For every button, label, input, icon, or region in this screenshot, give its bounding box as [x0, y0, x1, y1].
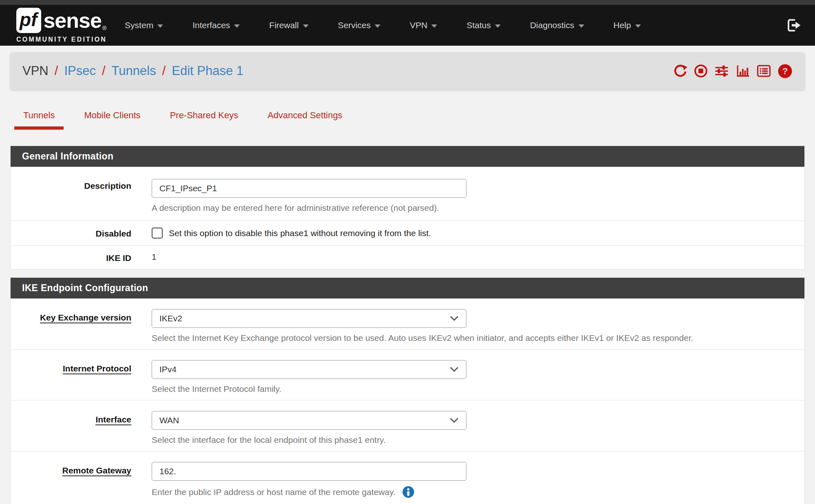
- form-row-disabled: Disabled Set this option to disable this…: [11, 221, 804, 245]
- chevron-down-icon: [450, 316, 459, 321]
- interface-select[interactable]: WAN: [152, 411, 466, 430]
- chevron-down-icon: [303, 24, 309, 28]
- breadcrumb-link-ipsec[interactable]: IPsec: [64, 64, 96, 78]
- help-icon[interactable]: ?: [777, 64, 793, 79]
- form-row-key-exchange-version: Key Exchange version IKEv2 Select the In…: [11, 298, 804, 349]
- logout-button[interactable]: [786, 18, 801, 33]
- sign-out-icon: [786, 18, 801, 33]
- window-top-strip: [0, 0, 815, 5]
- internet-protocol-label: Internet Protocol: [11, 349, 152, 400]
- list-icon[interactable]: [757, 64, 771, 78]
- key-exchange-version-value: IKEv2: [159, 314, 182, 323]
- breadcrumb-separator: /: [162, 64, 166, 78]
- pf-logo-mark: pf: [16, 8, 41, 33]
- stop-icon[interactable]: [694, 64, 708, 78]
- nav-item-vpn[interactable]: VPN: [410, 20, 437, 30]
- breadcrumb-link-edit-phase-1[interactable]: Edit Phase 1: [172, 64, 243, 78]
- nav-item-label: Help: [614, 20, 631, 30]
- nav-item-firewall[interactable]: Firewall: [269, 20, 308, 30]
- internet-protocol-value: IPv4: [159, 365, 177, 374]
- nav-item-system[interactable]: System: [125, 20, 163, 30]
- nav-item-label: Interfaces: [192, 20, 230, 30]
- chevron-down-icon: [495, 24, 501, 28]
- chevron-down-icon: [431, 24, 437, 28]
- tab-mobile-clients[interactable]: Mobile Clients: [75, 110, 149, 130]
- tab-bar: Tunnels Mobile Clients Pre-Shared Keys A…: [10, 110, 805, 130]
- tab-advanced-settings[interactable]: Advanced Settings: [258, 110, 351, 130]
- ike-id-label: IKE ID: [11, 245, 152, 269]
- chevron-down-icon: [157, 24, 163, 28]
- nav-item-status[interactable]: Status: [466, 20, 501, 30]
- form-row-interface: Interface WAN Select the interface for t…: [11, 400, 804, 451]
- nav-item-diagnostics[interactable]: Diagnostics: [530, 20, 584, 30]
- bar-chart-icon[interactable]: [735, 64, 750, 78]
- breadcrumb: VPN / IPsec / Tunnels / Edit Phase 1: [22, 64, 243, 78]
- remote-gateway-help: Enter the public IP address or host name…: [152, 486, 804, 498]
- top-navbar: pf sense ® COMMUNITY EDITION System Inte…: [0, 5, 815, 46]
- refresh-icon[interactable]: [674, 64, 687, 78]
- svg-text:?: ?: [782, 66, 788, 76]
- panel-general-information: General Information Description A descri…: [10, 146, 805, 270]
- chevron-down-icon: [635, 24, 641, 28]
- breadcrumb-separator: /: [102, 64, 106, 78]
- logo-subtitle: COMMUNITY EDITION: [16, 36, 107, 43]
- form-row-ike-id: IKE ID 1: [11, 245, 804, 269]
- breadcrumb-bar: VPN / IPsec / Tunnels / Edit Phase 1: [10, 52, 805, 90]
- chevron-down-icon: [579, 24, 584, 28]
- form-row-description: Description A description may be entered…: [11, 167, 804, 221]
- form-row-internet-protocol: Internet Protocol IPv4 Select the Intern…: [11, 349, 804, 400]
- nav-item-services[interactable]: Services: [338, 20, 381, 30]
- nav-menu: System Interfaces Firewall Services VPN …: [125, 20, 641, 30]
- logo-wordmark: sense: [43, 10, 101, 31]
- panel-ike-endpoint-configuration: IKE Endpoint Configuration Key Exchange …: [10, 278, 805, 504]
- info-circle-icon[interactable]: [402, 486, 415, 498]
- chevron-down-icon: [450, 367, 459, 372]
- nav-item-interfaces[interactable]: Interfaces: [192, 20, 240, 30]
- tab-pre-shared-keys[interactable]: Pre-Shared Keys: [161, 110, 247, 130]
- panel-body: Description A description may be entered…: [11, 167, 804, 269]
- nav-item-label: Firewall: [269, 20, 298, 30]
- disabled-checkbox[interactable]: [152, 228, 163, 239]
- ike-id-value: 1: [152, 252, 157, 261]
- key-exchange-version-select[interactable]: IKEv2: [152, 309, 466, 328]
- remote-gateway-label: Remote Gateway: [11, 451, 152, 504]
- tab-tunnels[interactable]: Tunnels: [14, 110, 64, 130]
- description-help: A description may be entered here for ad…: [152, 203, 804, 213]
- chevron-down-icon: [375, 24, 380, 28]
- pfsense-logo[interactable]: pf sense ® COMMUNITY EDITION: [16, 8, 107, 43]
- description-label: Description: [11, 167, 152, 221]
- description-input[interactable]: [152, 179, 466, 198]
- panel-title-general: General Information: [11, 146, 804, 167]
- nav-item-help[interactable]: Help: [614, 20, 641, 30]
- internet-protocol-select[interactable]: IPv4: [152, 360, 466, 379]
- breadcrumb-link-tunnels[interactable]: Tunnels: [112, 64, 156, 78]
- panel-title-ike-endpoint: IKE Endpoint Configuration: [11, 278, 804, 298]
- page-toolbar: ?: [674, 64, 793, 79]
- nav-item-label: Services: [338, 20, 371, 30]
- interface-label: Interface: [11, 400, 152, 451]
- key-exchange-version-label: Key Exchange version: [11, 298, 152, 349]
- remote-gateway-input[interactable]: [152, 462, 466, 481]
- registered-mark: ®: [102, 25, 106, 31]
- chevron-down-icon: [234, 24, 240, 28]
- nav-item-label: Diagnostics: [530, 20, 574, 30]
- sliders-icon[interactable]: [714, 64, 729, 78]
- disabled-label: Disabled: [11, 221, 152, 245]
- interface-value: WAN: [159, 416, 179, 425]
- nav-item-label: System: [125, 20, 153, 30]
- key-exchange-version-help: Select the Internet Key Exchange protoco…: [152, 333, 804, 343]
- panel-body: Key Exchange version IKEv2 Select the In…: [11, 298, 804, 504]
- breadcrumb-root: VPN: [22, 64, 49, 78]
- nav-item-label: VPN: [410, 20, 427, 30]
- interface-help: Select the interface for the local endpo…: [152, 435, 804, 445]
- nav-item-label: Status: [466, 20, 491, 30]
- chevron-down-icon: [450, 418, 459, 423]
- breadcrumb-separator: /: [55, 64, 58, 78]
- internet-protocol-help: Select the Internet Protocol family.: [152, 384, 804, 394]
- disabled-checkbox-text: Set this option to disable this phase1 w…: [169, 228, 431, 238]
- form-row-remote-gateway: Remote Gateway Enter the public IP addre…: [11, 451, 804, 504]
